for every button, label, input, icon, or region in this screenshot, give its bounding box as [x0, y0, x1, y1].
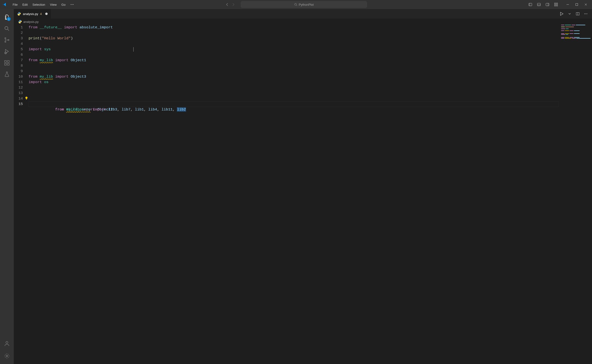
editor-body: 1 2 3 4 5 6 7 8 9 10 11 12 13 14 15 — [14, 25, 592, 364]
editor-scroll[interactable]: 1 2 3 4 5 6 7 8 9 10 11 12 13 14 15 — [14, 25, 592, 364]
layout-customize-icon[interactable] — [553, 1, 559, 8]
svg-rect-24 — [7, 60, 9, 62]
command-center-search[interactable]: PythonPlot — [241, 1, 367, 8]
window-close-icon[interactable] — [582, 1, 590, 8]
code-line[interactable]: import sys — [29, 47, 559, 52]
menu-go[interactable]: Go — [59, 1, 68, 8]
menu-overflow-icon[interactable] — [68, 1, 76, 8]
code-line[interactable]: from __future__ import absolute_import — [29, 25, 559, 30]
token-identifier: absolute_import — [79, 25, 113, 30]
svg-point-3 — [295, 3, 296, 5]
line-number: 2 — [14, 30, 23, 36]
code-line[interactable] — [29, 52, 559, 58]
minimap-row — [560, 36, 592, 37]
token-keyword: import — [55, 58, 69, 62]
python-file-icon — [17, 12, 21, 16]
activity-extensions[interactable] — [1, 57, 13, 69]
titlebar-right — [527, 1, 590, 8]
code-line[interactable] — [29, 91, 559, 96]
svg-point-16 — [5, 26, 8, 30]
svg-rect-6 — [537, 3, 540, 6]
nav-forward-icon[interactable] — [231, 2, 235, 7]
activity-search[interactable] — [1, 23, 13, 34]
svg-rect-22 — [5, 63, 7, 65]
svg-rect-11 — [557, 3, 558, 4]
tab-problems-count: 4 — [40, 12, 42, 16]
layout-sidebar-left-icon[interactable] — [527, 1, 533, 8]
token-identifier-selected: lib2 — [177, 107, 186, 112]
token-keyword: from — [29, 75, 37, 79]
token-module-warning: third_party — [66, 107, 91, 112]
split-editor-icon[interactable] — [575, 11, 581, 17]
token-punct: , — [144, 107, 148, 112]
source-control-icon — [4, 37, 10, 43]
menu-file[interactable]: File — [11, 1, 20, 8]
lightbulb-icon[interactable] — [25, 96, 29, 100]
svg-rect-12 — [555, 5, 556, 6]
run-dropdown-icon[interactable] — [567, 11, 572, 17]
token-punct: ) — [71, 36, 73, 40]
code-line[interactable] — [29, 41, 559, 47]
svg-rect-23 — [7, 63, 9, 65]
gear-icon — [4, 353, 10, 359]
code-line[interactable] — [29, 30, 559, 36]
token-keyword: import — [55, 75, 69, 79]
code-line[interactable]: from my_lib import Object1 — [29, 58, 559, 63]
code-line[interactable] — [29, 69, 559, 74]
svg-point-0 — [71, 4, 72, 5]
code-line[interactable]: from my_lib import Object2 — [29, 96, 559, 101]
code-line[interactable] — [29, 63, 559, 69]
minimap-row — [560, 27, 592, 27]
activity-accounts[interactable] — [1, 338, 13, 349]
line-number: 4 — [14, 41, 23, 47]
nav-back-icon[interactable] — [225, 2, 229, 7]
svg-point-19 — [8, 39, 9, 41]
token-module-warning: my_lib — [40, 58, 53, 62]
minimap-row — [560, 35, 592, 36]
activity-settings[interactable] — [1, 350, 13, 362]
activitybar-bottom — [1, 338, 13, 362]
token-keyword: import — [64, 25, 77, 30]
token-punct: , — [157, 107, 162, 112]
minimap[interactable] — [560, 25, 592, 364]
layout-panel-icon[interactable] — [536, 1, 542, 8]
svg-rect-8 — [546, 3, 549, 6]
code-area[interactable]: from __future__ import absolute_import p… — [29, 25, 592, 364]
breadcrumbs[interactable]: analysis.py — [14, 19, 592, 25]
activity-explorer[interactable]: 1 — [1, 11, 13, 23]
token-module: sys — [44, 47, 51, 52]
code-line[interactable]: print("Hello World") — [29, 36, 559, 41]
svg-point-1 — [72, 4, 73, 5]
extensions-icon — [4, 60, 10, 66]
activity-source-control[interactable] — [1, 34, 13, 46]
line-number-gutter: 1 2 3 4 5 6 7 8 9 10 11 12 13 14 15 — [14, 25, 29, 364]
token-identifier: lib11 — [162, 107, 173, 112]
window-maximize-icon[interactable] — [573, 1, 581, 8]
menu-selection[interactable]: Selection — [30, 1, 47, 8]
layout-sidebar-right-icon[interactable] — [544, 1, 551, 8]
minimap-row — [560, 38, 592, 39]
run-file-icon[interactable] — [559, 11, 564, 17]
editor-tab-analysis[interactable]: analysis.py 4 — [14, 9, 51, 19]
token-identifier: lib1 — [135, 107, 144, 112]
line-number: 1 — [14, 25, 23, 30]
titlebar-center: PythonPlot — [225, 1, 367, 8]
token-identifier: lib4 — [148, 107, 157, 112]
token-keyword: from — [29, 58, 37, 62]
breadcrumb-filename: analysis.py — [23, 20, 39, 24]
menu-view[interactable]: View — [48, 1, 59, 8]
line-number: 8 — [14, 63, 23, 69]
svg-rect-10 — [555, 3, 556, 4]
editor-more-icon[interactable] — [583, 11, 589, 17]
code-line[interactable]: import os — [29, 79, 559, 85]
svg-point-34 — [19, 20, 20, 21]
svg-point-26 — [6, 355, 8, 357]
code-line[interactable]: from my_lib import Object3 — [29, 74, 559, 79]
activity-run-debug[interactable] — [1, 46, 13, 57]
window-minimize-icon[interactable] — [564, 1, 572, 8]
code-line-current[interactable]: from third_party import lib3, lib7, lib1… — [29, 101, 559, 107]
code-line[interactable] — [29, 85, 559, 91]
title-bar: File Edit Selection View Go PythonPlot — [0, 0, 592, 9]
activity-testing[interactable] — [1, 69, 13, 80]
menu-edit[interactable]: Edit — [20, 1, 30, 8]
